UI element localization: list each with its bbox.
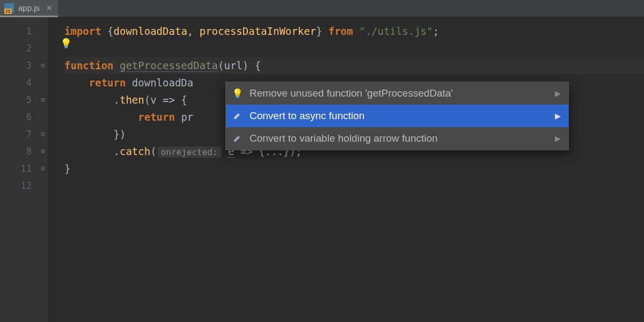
fold-minus-icon[interactable]: ⊟ [39, 96, 47, 104]
chevron-right-icon: ▶ [555, 89, 561, 98]
line-number: 7⊟ [0, 126, 48, 143]
pencil-icon [231, 112, 243, 120]
editor-tab[interactable]: JS app.js ✕ [0, 0, 58, 17]
intention-convert-async[interactable]: Convert to async function ▶ [226, 105, 568, 127]
line-number: 8⊞ [0, 143, 48, 160]
unused-function-name[interactable]: getProcessedData [120, 60, 218, 72]
lightbulb-icon: 💡 [231, 88, 243, 99]
gutter: 1 2 3⊟ 4 5⊟ 6 7⊟ 8⊞ 11⊟ 12 [0, 17, 48, 322]
line-number: 6 [0, 108, 48, 126]
line-number: 4 [0, 74, 48, 91]
fold-close-icon[interactable]: ⊟ [39, 165, 47, 172]
line-number: 1 [0, 23, 48, 40]
chevron-right-icon: ▶ [555, 112, 561, 120]
chevron-right-icon: ▶ [555, 134, 561, 143]
line-number: 12 [0, 177, 48, 194]
close-icon[interactable]: ✕ [46, 4, 53, 12]
editor: 1 2 3⊟ 4 5⊟ 6 7⊟ 8⊞ 11⊟ 12 💡 import {dow… [0, 17, 644, 322]
code-line[interactable]: import {downloadData, processDataInWorke… [64, 23, 644, 40]
line-number: 2 [0, 40, 48, 57]
tab-filename: app.js [18, 3, 40, 12]
intention-remove-unused[interactable]: 💡 Remove unused function 'getProcessedDa… [226, 82, 568, 105]
line-number: 11⊟ [0, 160, 48, 177]
code-line[interactable]: } [64, 160, 644, 177]
tab-bar: JS app.js ✕ [0, 0, 644, 17]
fold-minus-icon[interactable]: ⊟ [39, 62, 47, 69]
js-file-icon: JS [4, 3, 14, 13]
lightbulb-icon[interactable]: 💡 [60, 38, 72, 49]
line-number: 5⊟ [0, 91, 48, 108]
pencil-icon [231, 134, 243, 143]
fold-close-icon[interactable]: ⊟ [39, 130, 47, 138]
intention-popup: 💡 Remove unused function 'getProcessedDa… [225, 82, 569, 150]
line-number: 3⊟ [0, 57, 48, 74]
code-area[interactable]: 💡 import {downloadData, processDataInWor… [48, 17, 644, 322]
code-line[interactable]: function getProcessedData(url) { [64, 57, 644, 74]
intention-convert-arrow-var[interactable]: Convert to variable holding arrow functi… [226, 127, 568, 150]
fold-plus-icon[interactable]: ⊞ [39, 148, 47, 155]
code-line[interactable] [64, 40, 644, 57]
inlay-hint: onrejected: [158, 147, 221, 158]
